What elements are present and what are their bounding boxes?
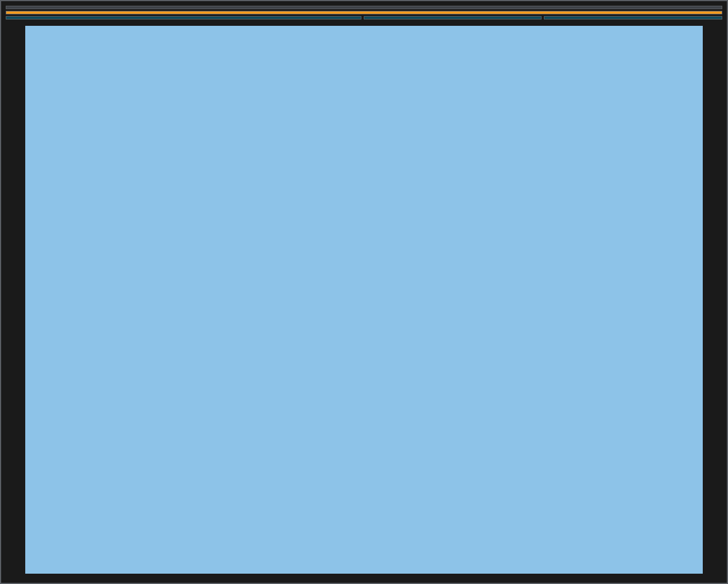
pci-express-bar: [6, 6, 722, 9]
media-engines-row: [6, 16, 722, 20]
gpu-block-diagram: [6, 6, 722, 578]
gigathread-engine-bar: [6, 11, 722, 14]
nvenc-block: [364, 16, 542, 20]
optical-flow-accelerator: [6, 16, 361, 20]
nvdec-block: [544, 16, 722, 20]
l2-cache: [25, 26, 703, 574]
memory-controllers-right: [705, 21, 722, 578]
memory-controllers-left: [6, 21, 23, 578]
die-midsection: [6, 21, 722, 578]
die-center: [25, 21, 703, 578]
